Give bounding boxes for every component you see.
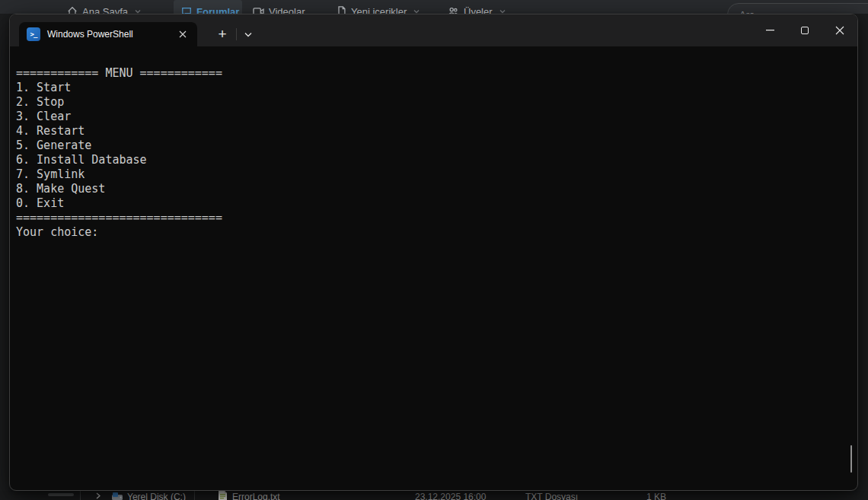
minimize-icon [766, 30, 774, 31]
home-icon [67, 6, 78, 14]
terminal-title-bar[interactable]: >_ Windows PowerShell + [10, 14, 857, 46]
nav-item-ana-sayfa[interactable]: Ana Sayfa [67, 4, 141, 14]
maximize-button[interactable] [787, 14, 822, 46]
pane-divider [80, 491, 81, 500]
tab-close-button[interactable] [176, 27, 190, 41]
terminal-line: 4. Restart [16, 124, 857, 139]
nav-item-label: Yeni içerikler [351, 6, 407, 14]
terminal-tab-windows-powershell[interactable]: >_ Windows PowerShell [19, 22, 197, 46]
powershell-window: >_ Windows PowerShell + ============ [9, 14, 858, 491]
close-button[interactable] [822, 14, 857, 46]
drive-icon [112, 492, 123, 500]
search-input[interactable]: Ara [727, 3, 868, 14]
nav-item-uyeler[interactable]: Üyeler [448, 4, 506, 14]
terminal-screen[interactable]: ============ MENU ============ 1. Start … [10, 46, 857, 491]
file-date-modified: 23.12.2025 16:00 [415, 492, 486, 500]
maximize-icon [801, 27, 809, 34]
terminal-scrollbar-thumb[interactable] [850, 445, 852, 473]
tab-dropdown-button[interactable] [237, 22, 260, 46]
tab-title: Windows PowerShell [47, 29, 176, 40]
terminal-line: ============================== [16, 211, 857, 225]
terminal-line: ============ MENU ============ [16, 66, 857, 81]
nav-item-yeni-icerikler[interactable]: Yeni içerikler [337, 4, 420, 14]
nav-item-forumlar[interactable]: Forumlar [181, 4, 239, 14]
nav-item-label: Üyeler [464, 6, 493, 14]
people-icon [448, 7, 459, 14]
nav-item-label: Forumlar [196, 6, 239, 14]
file-name[interactable]: ErrorLog.txt [232, 492, 280, 500]
terminal-line: 6. Install Database [16, 153, 857, 167]
explorer-scrollbar[interactable] [48, 493, 74, 496]
nav-item-label: Ana Sayfa [82, 6, 128, 14]
close-icon [179, 30, 187, 38]
terminal-line: 0. Exit [16, 196, 857, 211]
close-icon [835, 26, 844, 35]
terminal-line: 5. Generate [16, 139, 857, 153]
terminal-line: 3. Clear [16, 110, 857, 124]
window-controls [752, 14, 857, 46]
file-size: 1 KB [646, 492, 666, 500]
file-type: TXT Dosyası [525, 492, 578, 500]
terminal-prompt-line: Your choice: [16, 225, 857, 240]
nav-item-label: Videolar [269, 6, 305, 14]
new-tab-button[interactable]: + [211, 22, 234, 46]
video-icon [253, 7, 264, 14]
powershell-icon: >_ [27, 27, 40, 41]
column-divider [194, 491, 195, 500]
plus-icon: + [218, 26, 226, 43]
terminal-line: 7. Symlink [16, 167, 857, 182]
terminal-line: 8. Make Quest [16, 182, 857, 196]
nav-item-videolar[interactable]: Videolar [253, 4, 305, 14]
chevron-right-icon[interactable] [95, 492, 101, 499]
chevron-down-icon [244, 32, 252, 37]
terminal-line: 1. Start [16, 81, 857, 95]
terminal-line: 2. Stop [16, 95, 857, 110]
tree-item-label[interactable]: Yerel Disk (C:) [127, 492, 186, 500]
browser-nav-bar: Ana Sayfa Forumlar Videolar Yeni içerikl… [0, 0, 868, 14]
minimize-button[interactable] [752, 14, 787, 46]
text-file-icon [219, 491, 227, 500]
chat-bubble-icon [181, 6, 192, 14]
explorer-row[interactable]: Yerel Disk (C:) ErrorLog.txt 23.12.2025 … [0, 491, 868, 500]
file-pen-icon [337, 6, 346, 14]
